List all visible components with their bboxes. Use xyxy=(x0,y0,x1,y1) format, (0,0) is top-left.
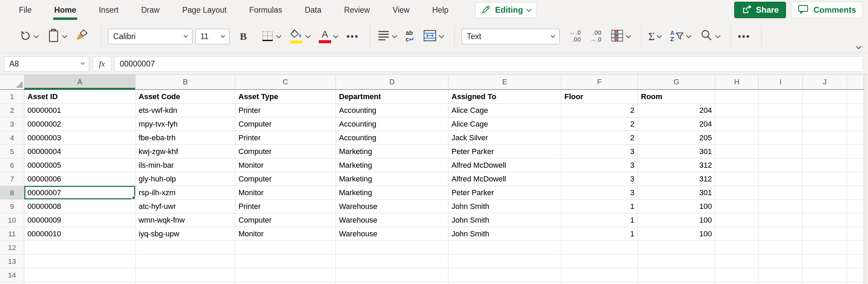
row-header-1[interactable]: 1 xyxy=(0,90,24,104)
cell-J13[interactable] xyxy=(803,255,847,268)
cell-G5[interactable]: 301 xyxy=(638,145,715,158)
cell-F9[interactable]: 1 xyxy=(561,200,638,213)
cell-J11[interactable] xyxy=(803,227,847,241)
font-size-select[interactable]: 11 xyxy=(195,29,230,44)
increase-decimal-button[interactable]: .00 →.0 xyxy=(590,29,602,43)
tab-home[interactable]: Home xyxy=(43,0,87,20)
fill-handle[interactable] xyxy=(132,196,136,200)
cell-F3[interactable]: 2 xyxy=(561,117,638,131)
row-header-7[interactable]: 7 xyxy=(0,172,24,186)
column-header-D[interactable]: D xyxy=(336,75,448,89)
cell-H4[interactable] xyxy=(715,131,759,145)
cell-D6[interactable]: Marketing xyxy=(336,158,448,172)
cell-F6[interactable]: 3 xyxy=(561,158,638,172)
cell-C4[interactable]: Printer xyxy=(235,131,336,145)
cell-K1[interactable] xyxy=(847,90,864,104)
row-header-3[interactable]: 3 xyxy=(0,117,24,131)
row-header-13[interactable]: 13 xyxy=(0,255,24,268)
autosum-button[interactable]: Σ xyxy=(648,30,661,43)
cell-K12[interactable] xyxy=(847,241,864,255)
cell-J8[interactable] xyxy=(803,186,847,200)
cell-G1[interactable]: Room xyxy=(638,90,715,104)
name-box[interactable]: A8 xyxy=(4,56,89,72)
column-header-E[interactable]: E xyxy=(448,75,561,89)
cell-E11[interactable]: John Smith xyxy=(448,227,561,241)
cell-C1[interactable]: Asset Type xyxy=(235,90,336,104)
row-header-2[interactable]: 2 xyxy=(0,104,24,117)
cell-I11[interactable] xyxy=(759,227,803,241)
column-header-H[interactable]: H xyxy=(715,75,759,89)
cell-C11[interactable]: Monitor xyxy=(235,227,336,241)
cell-E10[interactable]: John Smith xyxy=(448,213,561,227)
cell-C3[interactable]: Computer xyxy=(235,117,336,131)
font-color-button[interactable]: A xyxy=(319,30,338,43)
cell-H3[interactable] xyxy=(715,117,759,131)
tab-formulas[interactable]: Formulas xyxy=(238,0,293,20)
cell-H1[interactable] xyxy=(715,90,759,104)
row-header-11[interactable]: 11 xyxy=(0,227,24,241)
tab-page-layout[interactable]: Page Layout xyxy=(171,0,238,20)
select-all-corner[interactable] xyxy=(0,75,24,89)
column-header-B[interactable]: B xyxy=(136,75,235,89)
cell-B15[interactable] xyxy=(136,282,235,284)
bold-button[interactable]: B xyxy=(240,31,247,42)
font-name-select[interactable]: Calibri xyxy=(108,29,192,44)
cell-J6[interactable] xyxy=(803,158,847,172)
cell-H8[interactable] xyxy=(715,186,759,200)
cell-B5[interactable]: kwj-zgw-khf xyxy=(136,145,235,158)
column-header-C[interactable]: C xyxy=(235,75,336,89)
cell-D15[interactable] xyxy=(336,282,448,284)
cell-I13[interactable] xyxy=(759,255,803,268)
cell-J7[interactable] xyxy=(803,172,847,186)
cell-I3[interactable] xyxy=(759,117,803,131)
cell-I8[interactable] xyxy=(759,186,803,200)
cell-C14[interactable] xyxy=(235,268,336,282)
cell-B3[interactable]: mpy-tvx-fyh xyxy=(136,117,235,131)
cell-D1[interactable]: Department xyxy=(336,90,448,104)
cell-J15[interactable] xyxy=(803,282,847,284)
cell-H11[interactable] xyxy=(715,227,759,241)
cell-B13[interactable] xyxy=(136,255,235,268)
column-header-A[interactable]: A xyxy=(24,75,136,89)
row-header-12[interactable]: 12 xyxy=(0,241,24,255)
cell-C12[interactable] xyxy=(235,241,336,255)
cell-F13[interactable] xyxy=(561,255,638,268)
cell-K11[interactable] xyxy=(847,227,864,241)
fill-color-button[interactable] xyxy=(290,29,310,44)
cell-A3[interactable]: 00000002 xyxy=(24,117,136,131)
cell-C7[interactable]: Computer xyxy=(235,172,336,186)
cell-A9[interactable]: 00000008 xyxy=(24,200,136,213)
row-header-8[interactable]: 8 xyxy=(0,186,24,200)
cell-E5[interactable]: Peter Parker xyxy=(448,145,561,158)
cell-H2[interactable] xyxy=(715,104,759,117)
cell-I10[interactable] xyxy=(759,213,803,227)
cell-G11[interactable]: 100 xyxy=(638,227,715,241)
cell-I4[interactable] xyxy=(759,131,803,145)
cell-A13[interactable] xyxy=(24,255,136,268)
cell-G13[interactable] xyxy=(638,255,715,268)
cell-D10[interactable]: Warehouse xyxy=(336,213,448,227)
cell-I14[interactable] xyxy=(759,268,803,282)
cell-E6[interactable]: Alfred McDowell xyxy=(448,158,561,172)
cell-I15[interactable] xyxy=(759,282,803,284)
cell-H13[interactable] xyxy=(715,255,759,268)
row-header-5[interactable]: 5 xyxy=(0,145,24,158)
cell-K6[interactable] xyxy=(847,158,864,172)
alignment-button[interactable] xyxy=(377,30,397,43)
cell-J14[interactable] xyxy=(803,268,847,282)
cell-H10[interactable] xyxy=(715,213,759,227)
cell-A2[interactable]: 00000001 xyxy=(24,104,136,117)
cell-H9[interactable] xyxy=(715,200,759,213)
row-header-14[interactable]: 14 xyxy=(0,268,24,282)
cell-A1[interactable]: Asset ID xyxy=(24,90,136,104)
cell-G10[interactable]: 100 xyxy=(638,213,715,227)
cell-E4[interactable]: Jack Silver xyxy=(448,131,561,145)
cell-F7[interactable]: 3 xyxy=(561,172,638,186)
cell-E9[interactable]: John Smith xyxy=(448,200,561,213)
column-header-partial[interactable] xyxy=(847,75,864,89)
more-font-options-button[interactable]: ••• xyxy=(347,31,359,42)
cell-K7[interactable] xyxy=(847,172,864,186)
cell-B8[interactable]: rsp-ilh-xzm xyxy=(136,186,235,200)
cell-E12[interactable] xyxy=(448,241,561,255)
sort-filter-button[interactable]: AZ xyxy=(670,30,690,43)
